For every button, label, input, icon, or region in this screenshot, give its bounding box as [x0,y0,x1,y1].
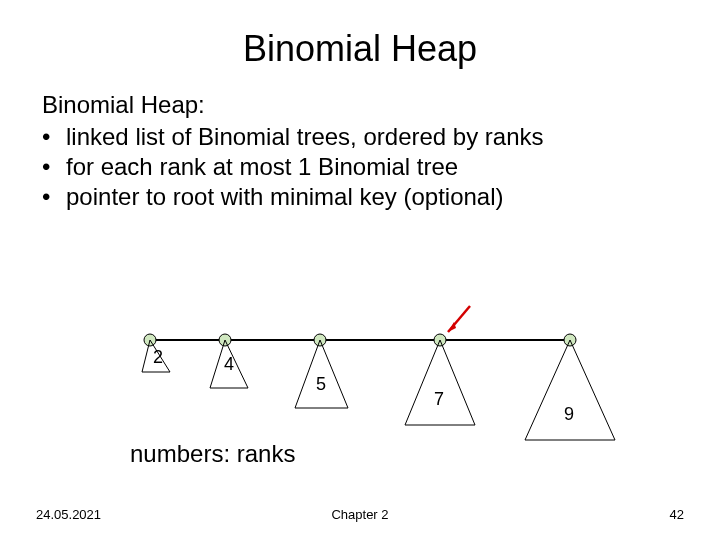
body-text: Binomial Heap: • linked list of Binomial… [0,90,720,212]
bullet-text: for each rank at most 1 Binomial tree [66,152,458,182]
tree-edge [525,340,570,440]
footer-chapter: Chapter 2 [0,507,720,522]
bullet-item: • linked list of Binomial trees, ordered… [42,122,690,152]
bullet-text: linked list of Binomial trees, ordered b… [66,122,544,152]
slide-title: Binomial Heap [0,0,720,90]
heap-diagram: 2 4 5 7 9 [0,300,720,470]
bullet-text: pointer to root with minimal key (option… [66,182,504,212]
diagram-caption: numbers: ranks [130,440,295,468]
bullet-dot-icon: • [42,152,66,182]
footer-page: 42 [670,507,684,522]
rank-label: 7 [434,389,444,409]
bullet-item: • for each rank at most 1 Binomial tree [42,152,690,182]
bullet-item: • pointer to root with minimal key (opti… [42,182,690,212]
rank-label: 5 [316,374,326,394]
tree-edge [440,340,475,425]
bullet-dot-icon: • [42,122,66,152]
slide: Binomial Heap Binomial Heap: • linked li… [0,0,720,540]
rank-label: 9 [564,404,574,424]
lead-line: Binomial Heap: [42,90,690,120]
bullet-dot-icon: • [42,182,66,212]
tree-edge [210,340,225,388]
rank-label: 2 [153,347,163,367]
rank-label: 4 [224,354,234,374]
tree-edge [405,340,440,425]
tree-edge [570,340,615,440]
